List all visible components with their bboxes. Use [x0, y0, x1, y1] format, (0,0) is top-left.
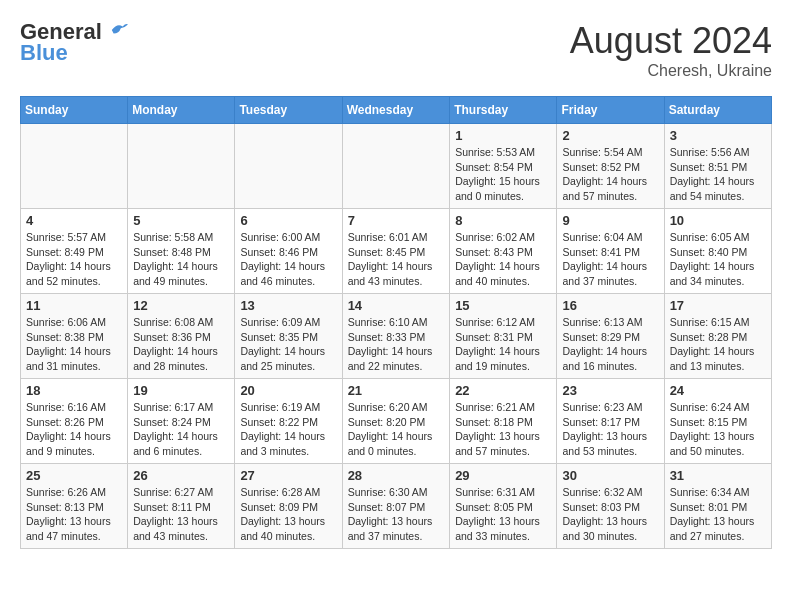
calendar-cell: 21Sunrise: 6:20 AM Sunset: 8:20 PM Dayli…: [342, 379, 450, 464]
day-header-thursday: Thursday: [450, 97, 557, 124]
calendar-cell: 12Sunrise: 6:08 AM Sunset: 8:36 PM Dayli…: [128, 294, 235, 379]
calendar-cell: [342, 124, 450, 209]
day-header-saturday: Saturday: [664, 97, 771, 124]
day-number: 3: [670, 128, 766, 143]
calendar-cell: [21, 124, 128, 209]
day-number: 18: [26, 383, 122, 398]
day-number: 26: [133, 468, 229, 483]
day-number: 7: [348, 213, 445, 228]
day-info: Sunrise: 6:04 AM Sunset: 8:41 PM Dayligh…: [562, 230, 658, 289]
day-number: 11: [26, 298, 122, 313]
day-number: 22: [455, 383, 551, 398]
calendar-cell: 15Sunrise: 6:12 AM Sunset: 8:31 PM Dayli…: [450, 294, 557, 379]
day-info: Sunrise: 6:21 AM Sunset: 8:18 PM Dayligh…: [455, 400, 551, 459]
day-info: Sunrise: 6:10 AM Sunset: 8:33 PM Dayligh…: [348, 315, 445, 374]
day-info: Sunrise: 6:17 AM Sunset: 8:24 PM Dayligh…: [133, 400, 229, 459]
day-info: Sunrise: 5:58 AM Sunset: 8:48 PM Dayligh…: [133, 230, 229, 289]
calendar-cell: 13Sunrise: 6:09 AM Sunset: 8:35 PM Dayli…: [235, 294, 342, 379]
day-number: 23: [562, 383, 658, 398]
calendar-cell: 31Sunrise: 6:34 AM Sunset: 8:01 PM Dayli…: [664, 464, 771, 549]
calendar-cell: 14Sunrise: 6:10 AM Sunset: 8:33 PM Dayli…: [342, 294, 450, 379]
day-info: Sunrise: 6:09 AM Sunset: 8:35 PM Dayligh…: [240, 315, 336, 374]
day-number: 9: [562, 213, 658, 228]
calendar-week-row: 1Sunrise: 5:53 AM Sunset: 8:54 PM Daylig…: [21, 124, 772, 209]
logo: General Blue: [20, 20, 128, 66]
day-info: Sunrise: 6:32 AM Sunset: 8:03 PM Dayligh…: [562, 485, 658, 544]
calendar-cell: 25Sunrise: 6:26 AM Sunset: 8:13 PM Dayli…: [21, 464, 128, 549]
calendar-cell: 26Sunrise: 6:27 AM Sunset: 8:11 PM Dayli…: [128, 464, 235, 549]
day-info: Sunrise: 6:12 AM Sunset: 8:31 PM Dayligh…: [455, 315, 551, 374]
day-number: 10: [670, 213, 766, 228]
location-subtitle: Cheresh, Ukraine: [570, 62, 772, 80]
day-header-tuesday: Tuesday: [235, 97, 342, 124]
day-info: Sunrise: 6:01 AM Sunset: 8:45 PM Dayligh…: [348, 230, 445, 289]
day-header-monday: Monday: [128, 97, 235, 124]
calendar-cell: 5Sunrise: 5:58 AM Sunset: 8:48 PM Daylig…: [128, 209, 235, 294]
day-info: Sunrise: 6:27 AM Sunset: 8:11 PM Dayligh…: [133, 485, 229, 544]
calendar-cell: 11Sunrise: 6:06 AM Sunset: 8:38 PM Dayli…: [21, 294, 128, 379]
day-header-friday: Friday: [557, 97, 664, 124]
day-info: Sunrise: 6:20 AM Sunset: 8:20 PM Dayligh…: [348, 400, 445, 459]
day-number: 17: [670, 298, 766, 313]
day-info: Sunrise: 5:54 AM Sunset: 8:52 PM Dayligh…: [562, 145, 658, 204]
day-number: 25: [26, 468, 122, 483]
day-number: 14: [348, 298, 445, 313]
calendar-header-row: SundayMondayTuesdayWednesdayThursdayFrid…: [21, 97, 772, 124]
page-header: General Blue August 2024 Cheresh, Ukrain…: [20, 20, 772, 80]
calendar-cell: 9Sunrise: 6:04 AM Sunset: 8:41 PM Daylig…: [557, 209, 664, 294]
day-info: Sunrise: 6:16 AM Sunset: 8:26 PM Dayligh…: [26, 400, 122, 459]
day-info: Sunrise: 6:31 AM Sunset: 8:05 PM Dayligh…: [455, 485, 551, 544]
day-number: 6: [240, 213, 336, 228]
calendar-week-row: 11Sunrise: 6:06 AM Sunset: 8:38 PM Dayli…: [21, 294, 772, 379]
day-number: 20: [240, 383, 336, 398]
calendar-cell: 16Sunrise: 6:13 AM Sunset: 8:29 PM Dayli…: [557, 294, 664, 379]
day-info: Sunrise: 6:30 AM Sunset: 8:07 PM Dayligh…: [348, 485, 445, 544]
day-number: 29: [455, 468, 551, 483]
day-number: 1: [455, 128, 551, 143]
day-info: Sunrise: 6:23 AM Sunset: 8:17 PM Dayligh…: [562, 400, 658, 459]
calendar-cell: 22Sunrise: 6:21 AM Sunset: 8:18 PM Dayli…: [450, 379, 557, 464]
day-number: 30: [562, 468, 658, 483]
day-number: 31: [670, 468, 766, 483]
day-number: 5: [133, 213, 229, 228]
calendar-cell: 10Sunrise: 6:05 AM Sunset: 8:40 PM Dayli…: [664, 209, 771, 294]
calendar-cell: 2Sunrise: 5:54 AM Sunset: 8:52 PM Daylig…: [557, 124, 664, 209]
day-number: 2: [562, 128, 658, 143]
calendar-week-row: 4Sunrise: 5:57 AM Sunset: 8:49 PM Daylig…: [21, 209, 772, 294]
day-number: 13: [240, 298, 336, 313]
day-number: 8: [455, 213, 551, 228]
day-info: Sunrise: 6:28 AM Sunset: 8:09 PM Dayligh…: [240, 485, 336, 544]
calendar-cell: 4Sunrise: 5:57 AM Sunset: 8:49 PM Daylig…: [21, 209, 128, 294]
calendar-cell: 19Sunrise: 6:17 AM Sunset: 8:24 PM Dayli…: [128, 379, 235, 464]
day-info: Sunrise: 5:57 AM Sunset: 8:49 PM Dayligh…: [26, 230, 122, 289]
day-number: 24: [670, 383, 766, 398]
calendar-week-row: 18Sunrise: 6:16 AM Sunset: 8:26 PM Dayli…: [21, 379, 772, 464]
day-info: Sunrise: 6:00 AM Sunset: 8:46 PM Dayligh…: [240, 230, 336, 289]
day-number: 27: [240, 468, 336, 483]
day-info: Sunrise: 6:26 AM Sunset: 8:13 PM Dayligh…: [26, 485, 122, 544]
calendar-cell: 1Sunrise: 5:53 AM Sunset: 8:54 PM Daylig…: [450, 124, 557, 209]
day-number: 21: [348, 383, 445, 398]
calendar-cell: 18Sunrise: 6:16 AM Sunset: 8:26 PM Dayli…: [21, 379, 128, 464]
day-number: 19: [133, 383, 229, 398]
calendar-cell: 30Sunrise: 6:32 AM Sunset: 8:03 PM Dayli…: [557, 464, 664, 549]
calendar-cell: [128, 124, 235, 209]
calendar-cell: 20Sunrise: 6:19 AM Sunset: 8:22 PM Dayli…: [235, 379, 342, 464]
day-number: 28: [348, 468, 445, 483]
day-info: Sunrise: 6:19 AM Sunset: 8:22 PM Dayligh…: [240, 400, 336, 459]
calendar-cell: 17Sunrise: 6:15 AM Sunset: 8:28 PM Dayli…: [664, 294, 771, 379]
calendar-cell: 7Sunrise: 6:01 AM Sunset: 8:45 PM Daylig…: [342, 209, 450, 294]
calendar-week-row: 25Sunrise: 6:26 AM Sunset: 8:13 PM Dayli…: [21, 464, 772, 549]
calendar-cell: 3Sunrise: 5:56 AM Sunset: 8:51 PM Daylig…: [664, 124, 771, 209]
day-header-sunday: Sunday: [21, 97, 128, 124]
day-info: Sunrise: 6:15 AM Sunset: 8:28 PM Dayligh…: [670, 315, 766, 374]
day-info: Sunrise: 5:56 AM Sunset: 8:51 PM Dayligh…: [670, 145, 766, 204]
title-block: August 2024 Cheresh, Ukraine: [570, 20, 772, 80]
day-info: Sunrise: 6:13 AM Sunset: 8:29 PM Dayligh…: [562, 315, 658, 374]
day-info: Sunrise: 6:08 AM Sunset: 8:36 PM Dayligh…: [133, 315, 229, 374]
calendar-cell: 27Sunrise: 6:28 AM Sunset: 8:09 PM Dayli…: [235, 464, 342, 549]
calendar-cell: 23Sunrise: 6:23 AM Sunset: 8:17 PM Dayli…: [557, 379, 664, 464]
day-info: Sunrise: 6:05 AM Sunset: 8:40 PM Dayligh…: [670, 230, 766, 289]
day-number: 16: [562, 298, 658, 313]
day-info: Sunrise: 5:53 AM Sunset: 8:54 PM Dayligh…: [455, 145, 551, 204]
